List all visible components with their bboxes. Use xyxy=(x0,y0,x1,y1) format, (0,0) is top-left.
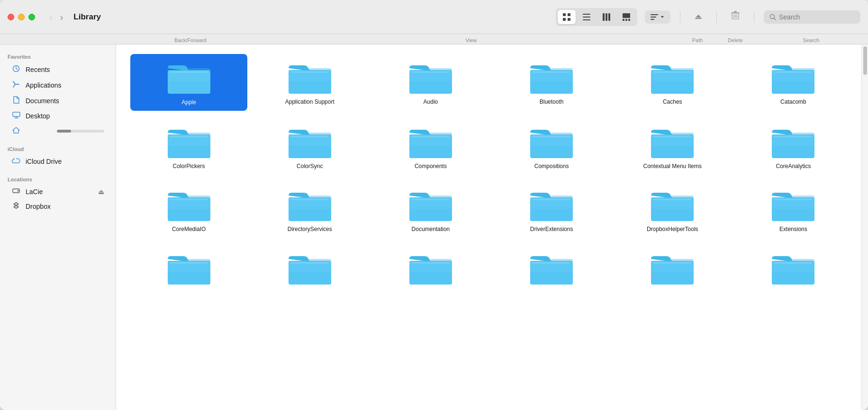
search-label: Search xyxy=(754,37,868,43)
icon-view-button[interactable] xyxy=(558,10,576,24)
svg-rect-14 xyxy=(651,14,658,15)
file-item-coremediaio[interactable]: CoreMediaIO xyxy=(130,181,247,237)
svg-rect-75 xyxy=(289,272,331,285)
scrollbar-thumb[interactable] xyxy=(863,46,867,75)
file-area[interactable]: Apple Application Support Audio Bluetoot… xyxy=(116,45,861,410)
file-label-extensions: Extensions xyxy=(779,226,807,233)
file-label-contextual-menu-items: Contextual Menu Items xyxy=(643,163,702,170)
recents-icon xyxy=(11,65,21,74)
sidebar-item-home[interactable] xyxy=(4,124,112,138)
file-item-bluetooth[interactable]: Bluetooth xyxy=(493,54,610,111)
svg-marker-32 xyxy=(13,127,19,133)
folder-icon-folder24 xyxy=(769,249,817,286)
gallery-view-button[interactable] xyxy=(617,10,635,24)
sidebar-item-applications[interactable]: Applications xyxy=(4,78,112,93)
file-label-coreanalytics: CoreAnalytics xyxy=(776,163,811,170)
file-item-folder23[interactable] xyxy=(614,245,731,293)
svg-rect-15 xyxy=(651,17,656,18)
file-label-apple: Apple xyxy=(177,98,201,107)
file-label-compositions: Compositions xyxy=(534,163,569,170)
file-label-colorpickers: ColorPickers xyxy=(173,163,205,170)
nav-arrows: ‹ › xyxy=(46,10,66,24)
file-item-contextual-menu-items[interactable]: Contextual Menu Items xyxy=(614,118,731,174)
documents-icon xyxy=(11,96,21,106)
folder-icon-extensions xyxy=(769,185,817,223)
sidebar-item-lacie[interactable]: LaCie ⏏ xyxy=(4,185,112,199)
column-view-button[interactable] xyxy=(597,10,615,24)
title-bar: ‹ › Library xyxy=(0,0,868,34)
sidebar-item-documents[interactable]: Documents xyxy=(4,93,112,108)
svg-rect-57 xyxy=(651,146,694,158)
sidebar-item-label-documents: Documents xyxy=(26,97,59,105)
path-label: Path xyxy=(678,37,716,43)
file-item-documentation[interactable]: Documentation xyxy=(372,181,489,237)
svg-rect-39 xyxy=(289,81,331,94)
svg-rect-9 xyxy=(608,13,610,21)
file-item-directoryservices[interactable]: DirectoryServices xyxy=(251,181,368,237)
sort-button[interactable] xyxy=(645,10,670,24)
sidebar-item-recents[interactable]: Recents xyxy=(4,62,112,77)
forward-button[interactable]: › xyxy=(57,10,66,24)
path-button[interactable] xyxy=(690,10,707,24)
file-item-folder21[interactable] xyxy=(372,245,489,293)
svg-marker-18 xyxy=(696,15,701,18)
folder-icon-coremediaio xyxy=(165,185,213,223)
search-input[interactable] xyxy=(779,13,855,21)
svg-rect-53 xyxy=(409,146,452,158)
folder-icon-audio xyxy=(407,58,454,96)
close-button[interactable] xyxy=(8,14,14,20)
svg-rect-69 xyxy=(651,209,694,221)
file-item-folder24[interactable] xyxy=(735,245,852,293)
svg-rect-45 xyxy=(651,81,694,94)
back-forward-label: Back/Forward xyxy=(117,37,264,43)
file-item-audio[interactable]: Audio xyxy=(372,54,489,111)
favorites-section-label: Favorites xyxy=(0,50,116,62)
file-grid: Apple Application Support Audio Bluetoot… xyxy=(130,54,852,293)
delete-button[interactable] xyxy=(726,8,744,26)
sidebar-item-icloud-drive[interactable]: iCloud Drive xyxy=(4,154,112,169)
scrollbar-track xyxy=(861,45,868,410)
svg-rect-3 xyxy=(568,18,570,21)
list-view-button[interactable] xyxy=(578,10,596,24)
folder-icon-caches xyxy=(649,58,696,96)
file-item-folder22[interactable] xyxy=(493,245,610,293)
sidebar-item-label-desktop: Desktop xyxy=(26,112,50,120)
folder-icon-apple xyxy=(165,58,213,96)
sidebar-item-label-applications: Applications xyxy=(26,81,62,89)
maximize-button[interactable] xyxy=(28,14,35,20)
file-item-extensions[interactable]: Extensions xyxy=(735,181,852,237)
svg-rect-11 xyxy=(623,19,624,21)
file-item-driverextensions[interactable]: DriverExtensions xyxy=(493,181,610,237)
back-button[interactable]: ‹ xyxy=(46,10,55,24)
file-label-coremediaio: CoreMediaIO xyxy=(172,226,206,233)
minimize-button[interactable] xyxy=(18,14,25,20)
sidebar-item-label-icloud-drive: iCloud Drive xyxy=(26,158,62,165)
file-item-apple[interactable]: Apple xyxy=(130,54,247,111)
file-label-directoryservices: DirectoryServices xyxy=(288,226,332,233)
lacie-eject-icon[interactable]: ⏏ xyxy=(98,188,104,196)
svg-rect-67 xyxy=(530,209,573,221)
sidebar-item-desktop[interactable]: Desktop xyxy=(4,109,112,123)
file-item-folder19[interactable] xyxy=(130,245,247,293)
file-item-colorsync[interactable]: ColorSync xyxy=(251,118,368,174)
file-label-components: Components xyxy=(415,163,447,170)
lacie-icon xyxy=(11,187,21,196)
file-item-catacomb[interactable]: Catacomb xyxy=(735,54,852,111)
file-item-caches[interactable]: Caches xyxy=(614,54,731,111)
svg-rect-73 xyxy=(168,272,210,285)
svg-rect-6 xyxy=(583,19,590,20)
svg-rect-8 xyxy=(606,13,607,21)
svg-rect-7 xyxy=(603,13,605,21)
sidebar-item-dropbox[interactable]: Dropbox xyxy=(4,199,112,214)
file-item-components[interactable]: Components xyxy=(372,118,489,174)
svg-rect-5 xyxy=(583,17,590,18)
toolbar-divider-3 xyxy=(754,11,754,23)
file-item-compositions[interactable]: Compositions xyxy=(493,118,610,174)
folder-icon-directoryservices xyxy=(286,185,334,223)
file-item-folder20[interactable] xyxy=(251,245,368,293)
file-item-dropboxhelpertools[interactable]: DropboxHelperTools xyxy=(614,181,731,237)
file-item-colorpickers[interactable]: ColorPickers xyxy=(130,118,247,174)
file-item-application-support[interactable]: Application Support xyxy=(251,54,368,111)
file-item-coreanalytics[interactable]: CoreAnalytics xyxy=(735,118,852,174)
svg-rect-17 xyxy=(695,18,702,19)
